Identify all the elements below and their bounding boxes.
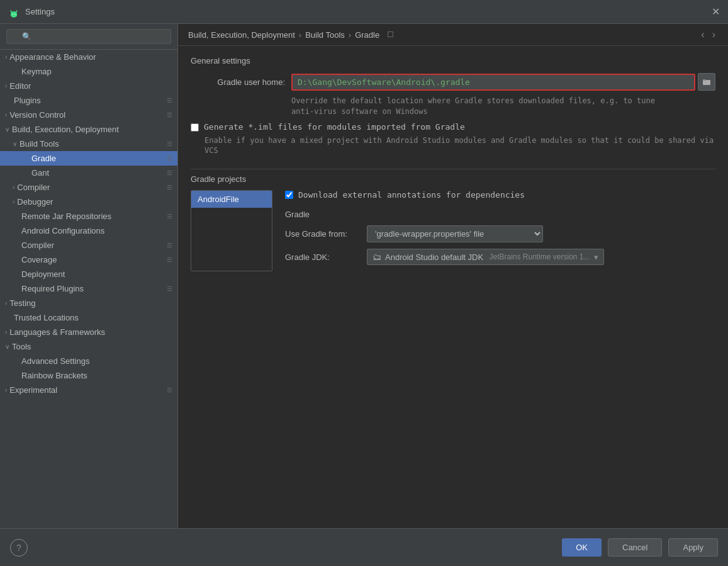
sidebar-item-coverage[interactable]: Coverage☰ <box>0 252 177 267</box>
svg-line-3 <box>16 11 17 13</box>
bottom-bar: ? OK Cancel Apply <box>0 528 728 566</box>
forward-button[interactable]: › <box>710 29 718 40</box>
sidebar-item-label: Trusted Locations <box>14 313 79 322</box>
chevron-down-icon: ▾ <box>594 252 598 262</box>
gradle-user-home-row: Gradle user home: <box>191 73 715 91</box>
sidebar: ›Appearance & BehaviorKeymap›EditorPlugi… <box>0 24 178 528</box>
svg-point-4 <box>12 13 13 14</box>
use-gradle-from-label: Use Gradle from: <box>285 229 361 239</box>
ok-button[interactable]: OK <box>562 538 602 557</box>
sidebar-item-label: Plugins <box>14 96 41 105</box>
arrow-icon: › <box>5 82 7 89</box>
general-settings-section: General settings Gradle user home: <box>191 56 715 156</box>
sidebar-item-experimental[interactable]: ›Experimental☰ <box>0 383 177 397</box>
sidebar-item-label: Appearance & Behavior <box>9 52 96 62</box>
sidebar-item-label: Languages & Frameworks <box>9 327 105 337</box>
sidebar-item-languages[interactable]: ›Languages & Frameworks <box>0 325 177 339</box>
sidebar-item-label: Gradle <box>31 154 56 163</box>
sidebar-item-label: Editor <box>9 81 31 91</box>
sidebar-badge-icon: ☰ <box>167 285 172 292</box>
breadcrumb-sep-2: › <box>349 30 351 40</box>
sidebar-item-required-plugins[interactable]: Required Plugins☰ <box>0 281 177 296</box>
sidebar-items: ›Appearance & BehaviorKeymap›EditorPlugi… <box>0 50 177 397</box>
sidebar-item-advanced-settings[interactable]: Advanced Settings <box>0 354 177 368</box>
sidebar-item-label: Deployment <box>21 269 65 279</box>
gradle-jdk-label: Gradle JDK: <box>285 252 361 262</box>
use-gradle-from-select[interactable]: 'gradle-wrapper.properties' fileSpecifie… <box>367 225 543 242</box>
project-list-item[interactable]: AndroidFile <box>191 191 272 208</box>
sidebar-item-appearance[interactable]: ›Appearance & Behavior <box>0 50 177 64</box>
gradle-jdk-select[interactable]: 🗂 Android Studio default JDK JetBrains R… <box>367 249 604 265</box>
gradle-subsection: Gradle Use Gradle from: 'gradle-wrapper.… <box>285 210 715 265</box>
sidebar-item-build-exec-deploy[interactable]: ∨Build, Execution, Deployment <box>0 122 177 137</box>
title-bar: Settings ✕ <box>0 0 728 24</box>
arrow-icon: › <box>5 300 7 307</box>
gradle-user-home-input[interactable] <box>291 74 695 91</box>
arrow-icon: ∨ <box>5 126 9 133</box>
sidebar-item-tools[interactable]: ∨Tools <box>0 339 177 354</box>
projects-layout: AndroidFile Download external annotation… <box>191 190 715 271</box>
gradle-user-home-input-wrap <box>291 73 715 91</box>
breadcrumb-sep-1: › <box>299 30 301 40</box>
content-scroll: General settings Gradle user home: <box>178 46 728 528</box>
project-list: AndroidFile <box>191 190 272 271</box>
arrow-icon: › <box>5 329 7 336</box>
sidebar-item-editor[interactable]: ›Editor <box>0 79 177 93</box>
breadcrumb-part-1: Build, Execution, Deployment <box>188 30 295 40</box>
sidebar-item-compiler2[interactable]: Compiler☰ <box>0 238 177 252</box>
project-settings: Download external annotations for depend… <box>272 190 715 271</box>
generate-iml-row: Generate *.iml files for modules importe… <box>191 122 715 132</box>
sidebar-item-label: Coverage <box>21 255 57 264</box>
sidebar-item-label: Debugger <box>17 197 53 207</box>
gradle-projects-title: Gradle projects <box>191 174 715 184</box>
window-controls: ✕ <box>710 7 720 17</box>
bookmark-icon: ☐ <box>387 30 394 39</box>
sidebar-item-label: Android Configurations <box>21 226 104 235</box>
arrow-icon: › <box>5 387 7 393</box>
cancel-button[interactable]: Cancel <box>608 538 662 557</box>
apply-button[interactable]: Apply <box>668 538 718 557</box>
sidebar-item-label: Tools <box>12 342 31 351</box>
sidebar-item-rainbow-brackets[interactable]: Rainbow Brackets <box>0 368 177 383</box>
folder-browse-button[interactable] <box>698 73 715 91</box>
sidebar-item-label: Build, Execution, Deployment <box>12 125 119 134</box>
generate-iml-label: Generate *.iml files for modules importe… <box>204 122 465 132</box>
help-button[interactable]: ? <box>10 539 28 557</box>
sidebar-item-label: Compiler <box>21 241 54 250</box>
gradle-jdk-row: Gradle JDK: 🗂 Android Studio default JDK… <box>285 249 715 265</box>
svg-point-5 <box>14 13 15 14</box>
arrow-icon: ∨ <box>13 140 17 147</box>
section-divider <box>191 169 715 169</box>
sidebar-item-compiler[interactable]: ›Compiler☰ <box>0 180 177 195</box>
sidebar-item-build-tools[interactable]: ∨Build Tools☰ <box>0 137 177 151</box>
close-button[interactable]: ✕ <box>710 7 720 17</box>
sidebar-item-trusted-locations[interactable]: Trusted Locations <box>0 310 177 325</box>
gradle-jdk-value: Android Studio default JDK <box>385 252 483 262</box>
svg-rect-1 <box>11 13 17 16</box>
sidebar-item-label: Experimental <box>9 385 57 395</box>
arrow-icon: › <box>13 198 14 205</box>
sidebar-item-version-control[interactable]: ›Version Control☰ <box>0 108 177 122</box>
jdk-folder-icon: 🗂 <box>372 252 381 262</box>
sidebar-item-plugins[interactable]: Plugins☰ <box>0 93 177 108</box>
search-input[interactable] <box>6 29 171 44</box>
sidebar-item-deployment[interactable]: Deployment <box>0 267 177 281</box>
sidebar-item-keymap[interactable]: Keymap <box>0 64 177 79</box>
sidebar-item-android-config[interactable]: Android Configurations <box>0 224 177 238</box>
sidebar-badge-icon: ☰ <box>167 242 172 249</box>
sidebar-badge-icon: ☰ <box>167 387 172 393</box>
sidebar-item-remote-jar[interactable]: Remote Jar Repositories☰ <box>0 209 177 224</box>
sidebar-item-testing[interactable]: ›Testing <box>0 296 177 310</box>
breadcrumb: Build, Execution, Deployment › Build Too… <box>178 24 728 46</box>
sidebar-item-gant[interactable]: Gant☰ <box>0 166 177 180</box>
sidebar-item-label: Advanced Settings <box>21 356 89 366</box>
download-annotations-checkbox[interactable] <box>285 191 293 199</box>
sidebar-item-gradle[interactable]: Gradle☰ <box>0 151 177 166</box>
sidebar-item-debugger[interactable]: ›Debugger <box>0 195 177 209</box>
generate-iml-checkbox[interactable] <box>191 123 199 132</box>
back-button[interactable]: ‹ <box>698 29 707 40</box>
sidebar-badge-icon: ☰ <box>167 213 172 220</box>
sidebar-badge-icon: ☰ <box>167 155 172 162</box>
gradle-subsection-title: Gradle <box>285 210 715 219</box>
sidebar-item-label: Remote Jar Repositories <box>21 212 111 221</box>
